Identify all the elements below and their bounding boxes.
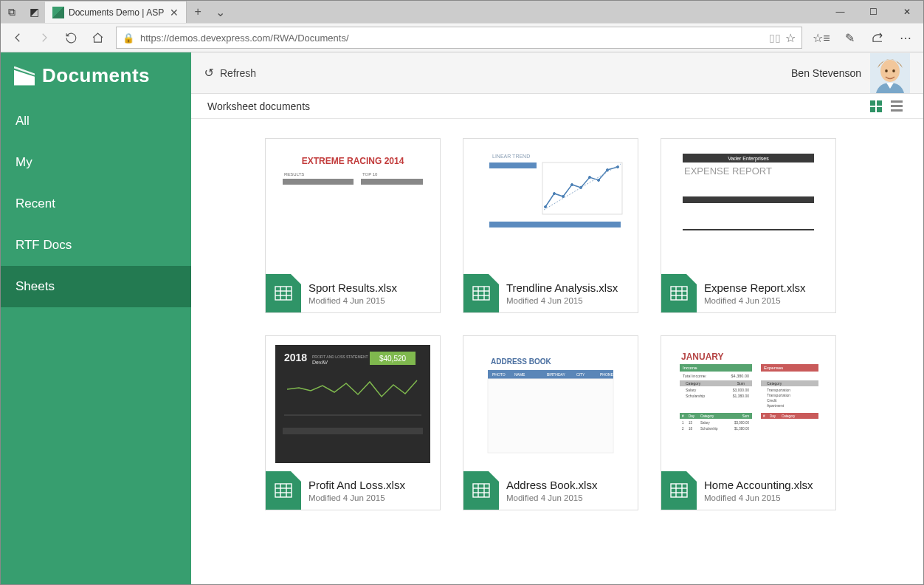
document-name: Profit And Loss.xlsx — [308, 479, 405, 491]
svg-text:LINEAR TREND: LINEAR TREND — [492, 154, 530, 159]
view-grid-button[interactable] — [866, 98, 886, 115]
home-button[interactable] — [85, 25, 110, 50]
cards-grid: EXTREME RACING 2014 RESULTS TOP 10 (svg)… — [265, 138, 894, 510]
document-card[interactable]: LINEAR TREND (svg)=>{let g=svg.querySele… — [463, 138, 638, 313]
spreadsheet-icon — [661, 471, 697, 510]
svg-text:Day: Day — [770, 414, 776, 418]
svg-rect-40 — [683, 229, 814, 230]
document-card[interactable]: JANUARY Income Total income: $4,380.00 C… — [661, 335, 836, 510]
svg-point-22 — [571, 183, 573, 185]
notes-icon[interactable]: ✎ — [836, 25, 863, 50]
more-icon[interactable]: ⋯ — [892, 25, 919, 50]
document-card[interactable]: Vader Enterprises EXPENSE REPORT (svg)=>… — [661, 138, 836, 313]
document-name: Home Accounting.xlsx — [704, 479, 813, 491]
svg-rect-74 — [671, 345, 826, 463]
document-thumbnail: Vader Enterprises EXPENSE REPORT (svg)=>… — [661, 139, 835, 274]
window-minimize-button[interactable]: — — [824, 1, 857, 23]
svg-rect-53 — [283, 428, 423, 434]
sidebar-item-all[interactable]: All — [1, 100, 191, 142]
svg-point-24 — [589, 176, 591, 178]
document-card[interactable]: ADDRESS BOOK PHOTONAMEBIRTHDAYCITYPHONE … — [463, 335, 638, 510]
svg-rect-29 — [489, 222, 621, 228]
svg-text:RESULTS: RESULTS — [284, 172, 304, 177]
svg-text:Day: Day — [689, 414, 695, 418]
svg-rect-112 — [671, 484, 687, 497]
url-text: https://demos.devexpress.com/RWA/Documen… — [140, 32, 765, 44]
avatar[interactable] — [870, 53, 910, 93]
close-tab-icon[interactable]: ✕ — [170, 7, 179, 18]
sidebar-item-recent[interactable]: Recent — [1, 183, 191, 225]
window-maximize-button[interactable]: ☐ — [857, 1, 890, 23]
url-box[interactable]: 🔒 https://demos.devexpress.com/RWA/Docum… — [116, 27, 802, 49]
forward-button[interactable] — [32, 25, 57, 50]
tabs-chevron-icon[interactable]: ⌄ — [209, 1, 231, 23]
svg-rect-41 — [671, 287, 687, 300]
document-card[interactable]: EXTREME RACING 2014 RESULTS TOP 10 (svg)… — [265, 138, 441, 313]
svg-text:TOP 10: TOP 10 — [362, 172, 378, 177]
spreadsheet-icon — [463, 274, 499, 312]
new-tab-button[interactable]: + — [187, 1, 209, 23]
document-modified: Modified 4 Jun 2015 — [704, 493, 813, 502]
tab-actions-icon[interactable]: ⧉ — [1, 1, 23, 23]
svg-text:Vader Enterprises: Vader Enterprises — [728, 156, 769, 162]
favorites-list-icon[interactable]: ☆≡ — [808, 25, 835, 50]
list-icon — [891, 100, 903, 112]
document-thumbnail: ADDRESS BOOK PHOTONAMEBIRTHDAYCITYPHONE — [463, 336, 638, 471]
svg-text:Total income:: Total income: — [683, 374, 707, 378]
svg-rect-17 — [489, 162, 537, 168]
tab-preview-icon[interactable]: ◩ — [23, 1, 45, 23]
svg-rect-10 — [275, 287, 292, 300]
svg-text:JANUARY: JANUARY — [681, 352, 724, 362]
svg-text:Expenses: Expenses — [764, 366, 783, 370]
svg-rect-39 — [683, 196, 814, 203]
svg-rect-68 — [488, 379, 613, 453]
document-card[interactable]: 2018 PROFIT AND LOSS STATEMENT DevAV $40… — [265, 335, 441, 510]
sidebar-item-my[interactable]: My — [1, 142, 191, 183]
svg-text:Sum: Sum — [742, 414, 750, 418]
refresh-label: Refresh — [220, 67, 256, 79]
browser-tab[interactable]: Documents Demo | ASP ✕ — [45, 1, 187, 23]
document-modified: Modified 4 Jun 2015 — [308, 493, 405, 502]
svg-text:Category: Category — [782, 414, 796, 418]
svg-text:ADDRESS BOOK: ADDRESS BOOK — [491, 358, 551, 366]
document-name: Expense Report.xlsx — [704, 281, 806, 294]
username[interactable]: Ben Stevenson — [791, 67, 861, 79]
svg-text:Category: Category — [686, 381, 701, 386]
subbar: Worksheet documents — [191, 94, 923, 119]
grid-icon — [870, 100, 882, 112]
spreadsheet-icon — [266, 471, 301, 510]
svg-text:NAME: NAME — [514, 372, 525, 377]
document-bar: Home Accounting.xlsx Modified 4 Jun 2015 — [661, 471, 835, 510]
window-close-button[interactable]: ✕ — [890, 1, 923, 23]
document-bar: Expense Report.xlsx Modified 4 Jun 2015 — [661, 274, 835, 312]
svg-text:EXTREME RACING 2014: EXTREME RACING 2014 — [302, 156, 404, 166]
svg-text:2018: 2018 — [284, 352, 307, 363]
svg-rect-9 — [361, 179, 423, 185]
sidebar-item-sheets[interactable]: Sheets — [1, 266, 191, 307]
document-modified: Modified 4 Jun 2015 — [308, 296, 397, 305]
svg-text:Income: Income — [683, 366, 697, 370]
sidebar-item-rtf[interactable]: RTF Docs — [1, 225, 191, 266]
view-list-button[interactable] — [886, 98, 907, 115]
svg-text:$4,380.00: $4,380.00 — [731, 374, 749, 378]
refresh-icon: ↻ — [204, 66, 214, 80]
svg-text:Salary: Salary — [700, 421, 711, 425]
refresh-button[interactable]: ↻ Refresh — [204, 66, 256, 80]
reading-view-icon[interactable]: ▯▯ — [769, 32, 781, 44]
back-button[interactable] — [5, 25, 30, 50]
document-modified: Modified 4 Jun 2015 — [506, 296, 618, 305]
svg-text:PHOTO: PHOTO — [492, 372, 506, 377]
share-icon[interactable] — [864, 25, 891, 50]
brand[interactable]: Documents — [1, 52, 191, 100]
reload-button[interactable] — [58, 25, 83, 50]
main: ↻ Refresh Ben Stevenson Worksheet d — [191, 52, 923, 584]
svg-text:$3,000.00: $3,000.00 — [734, 421, 750, 425]
brand-logo-icon — [14, 66, 35, 86]
tab-title: Documents Demo | ASP — [69, 7, 164, 18]
spreadsheet-icon — [661, 274, 697, 312]
svg-rect-69 — [473, 484, 489, 497]
svg-text:Category: Category — [767, 381, 782, 386]
svg-text:$40,520: $40,520 — [379, 355, 407, 363]
document-name: Sport Results.xlsx — [308, 281, 397, 294]
favorite-icon[interactable]: ☆ — [785, 31, 796, 45]
